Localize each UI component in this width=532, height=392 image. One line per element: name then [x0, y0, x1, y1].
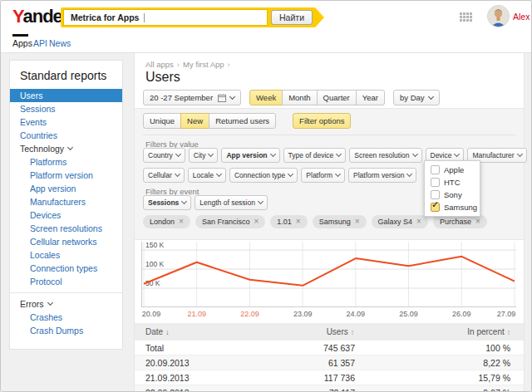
avatar[interactable]: [487, 5, 510, 27]
chip-san-francisco: San Francisco×: [195, 215, 265, 228]
sidebar-item-cellular-networks[interactable]: Cellular networks: [10, 235, 122, 248]
chevron-down-icon: [335, 171, 341, 177]
user-name[interactable]: Alex: [513, 12, 530, 22]
column-header-in-percent[interactable]: In percent↕: [355, 323, 524, 341]
search-arrow-decoration: [315, 7, 324, 27]
granularity-week[interactable]: Week: [249, 90, 283, 105]
yandex-metrica-apps-window: Yandex Metrica for Apps Найти Alex Apps: [0, 0, 532, 392]
remove-chip-icon[interactable]: ×: [296, 218, 301, 226]
filter-platform[interactable]: Platform: [301, 168, 345, 183]
filter-app-version[interactable]: App version: [221, 148, 279, 163]
content-area: Standard reports Users Sessions Events C…: [1, 53, 531, 391]
segment-new[interactable]: New: [180, 113, 209, 129]
chevron-down-icon: [411, 151, 417, 157]
filter-sessions[interactable]: Sessions: [143, 195, 191, 210]
reports-sidebar: Standard reports Users Sessions Events C…: [9, 60, 123, 350]
filters-row-2: Cellular Locale Connection type Platform…: [143, 168, 416, 183]
remove-chip-icon[interactable]: ×: [416, 218, 421, 226]
users-data-table: Date↓ Users↕ In percent↕ Total 745 637 1…: [135, 323, 524, 392]
sidebar-item-screen-resolutions[interactable]: Screen resolutions: [10, 222, 122, 235]
sort-desc-icon: ↓: [165, 328, 169, 336]
filter-length-of-session[interactable]: Length of session: [195, 195, 268, 210]
checkbox[interactable]: [431, 165, 440, 174]
sidebar-item-manufacturers[interactable]: Manufacturers: [10, 195, 122, 208]
sidebar-item-events[interactable]: Events: [10, 115, 122, 129]
chevron-down-icon: [216, 171, 222, 177]
period-controls: 20 -27 September Week Month Quarter Year…: [143, 90, 440, 105]
column-header-users[interactable]: Users↕: [268, 323, 355, 341]
x-axis-tick-label: 20.09: [142, 310, 161, 318]
remove-chip-icon[interactable]: ×: [254, 218, 259, 226]
sidebar-item-crash-dumps[interactable]: Crash Dumps: [10, 324, 122, 337]
filter-city[interactable]: City: [189, 148, 219, 163]
filter-options-button[interactable]: Filter options: [293, 113, 351, 129]
chart-x-axis-labels: 20.0921.0922.0923.0924.0925.0926.0927.09: [142, 310, 516, 320]
chevron-down-icon: [336, 151, 342, 157]
x-axis-tick-label: 23.09: [293, 310, 313, 318]
filter-connection-type[interactable]: Connection type: [229, 168, 298, 183]
sidebar-item-app-version[interactable]: App version: [10, 182, 122, 195]
sidebar-item-crashes[interactable]: Crashes: [10, 311, 122, 324]
column-header-date[interactable]: Date↓: [135, 323, 268, 341]
granularity-quarter[interactable]: Quarter: [317, 90, 357, 105]
chip-purchase: Purchase×: [433, 215, 487, 228]
dropdown-option-htc[interactable]: HTC: [425, 176, 480, 189]
sidebar-item-sessions[interactable]: Sessions: [10, 102, 122, 115]
breadcrumb-my-first-app[interactable]: My first App: [183, 60, 224, 69]
filter-cellular[interactable]: Cellular: [143, 168, 185, 183]
breadcrumb-all-apps[interactable]: All apps: [145, 60, 174, 69]
granularity-month[interactable]: Month: [282, 90, 317, 105]
filter-locale[interactable]: Locale: [188, 168, 226, 183]
chart-plot-area: 50 K100 K150 K: [141, 242, 516, 307]
nav-tab-api[interactable]: API: [33, 38, 47, 48]
dropdown-option-samsung[interactable]: Samsung: [425, 201, 480, 213]
segment-returned-users[interactable]: Returned users: [209, 113, 276, 129]
sidebar-group-errors[interactable]: Errors: [10, 297, 122, 311]
sidebar-group-technology[interactable]: Technology: [10, 142, 122, 155]
dropdown-option-apple[interactable]: Apple: [425, 164, 480, 176]
sidebar-item-devices[interactable]: Devices: [10, 208, 122, 222]
checkbox[interactable]: [431, 178, 440, 187]
filter-platform-version[interactable]: Platform version: [348, 168, 416, 183]
sort-icon: ↕: [507, 328, 510, 336]
sidebar-item-connection-types[interactable]: Connection types: [10, 262, 122, 275]
breadcrumb: All apps›My first App›: [145, 60, 234, 69]
chip-galaxy-s4: Galaxy S4×: [372, 215, 428, 228]
x-axis-tick-label: 22.09: [240, 310, 259, 318]
table-row: 20.09.2013 61 357 8,22 %: [135, 355, 524, 370]
chip-app-version: 1.01×: [270, 215, 307, 228]
filter-screen-resolution[interactable]: Screen resolution: [349, 148, 421, 163]
filter-country[interactable]: Country: [143, 148, 185, 163]
checkbox-checked[interactable]: [431, 203, 440, 212]
avatar-photo: [488, 6, 509, 27]
table-row: 22.09.2013 72 117 9,67 %: [135, 385, 524, 392]
sidebar-item-protocol[interactable]: Protocol: [10, 275, 122, 288]
sidebar-item-users[interactable]: Users: [10, 89, 122, 102]
chart-svg: 50 K100 K150 K: [142, 242, 516, 306]
nav-tab-apps[interactable]: Apps: [12, 38, 32, 48]
sidebar-item-countries[interactable]: Countries: [10, 129, 122, 142]
active-filter-chips: London× San Francisco× 1.01× Samsung× Ga…: [143, 215, 487, 228]
services-grid-icon[interactable]: [460, 12, 472, 22]
group-by-dropdown[interactable]: by Day: [393, 90, 440, 105]
chevron-down-icon: [288, 171, 293, 177]
x-axis-tick-label: 27.09: [497, 310, 516, 318]
nav-tab-news[interactable]: News: [49, 38, 71, 48]
search-input[interactable]: Metrica for Apps: [63, 9, 268, 26]
segment-unique[interactable]: Unique: [143, 113, 181, 129]
active-tab-indicator: [12, 34, 28, 37]
remove-chip-icon[interactable]: ×: [179, 218, 184, 226]
granularity-year[interactable]: Year: [356, 90, 385, 105]
users-line-chart: 50 K100 K150 K 20.0921.0922.0923.0924.09…: [135, 240, 524, 323]
sidebar-item-platform-version[interactable]: Platform version: [10, 169, 122, 182]
remove-chip-icon[interactable]: ×: [475, 218, 480, 226]
sidebar-title: Standard reports: [10, 61, 122, 87]
x-axis-tick-label: 25.09: [399, 310, 418, 318]
sidebar-item-platforms[interactable]: Platforms: [10, 155, 122, 169]
search-button[interactable]: Найти: [271, 10, 313, 25]
sidebar-item-locales[interactable]: Locales: [10, 248, 122, 262]
date-range-button[interactable]: 20 -27 September: [143, 90, 241, 105]
checkbox[interactable]: [431, 190, 440, 199]
filter-type-of-device[interactable]: Type of device: [283, 148, 347, 163]
remove-chip-icon[interactable]: ×: [355, 218, 360, 226]
